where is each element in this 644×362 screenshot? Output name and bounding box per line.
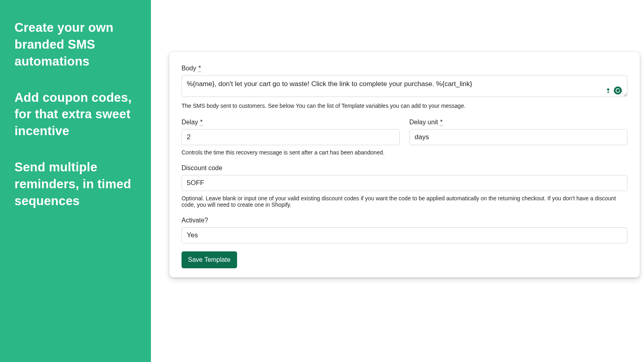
delay-row: Delay * Delay unit * days <box>182 119 627 145</box>
textarea-extension-icons <box>604 86 622 95</box>
delay-unit-col: Delay unit * days <box>409 119 627 145</box>
delay-input[interactable] <box>182 129 400 145</box>
delay-unit-label: Delay unit * <box>409 119 627 126</box>
grammarly-icon[interactable] <box>614 86 622 95</box>
template-form-card: Body * The SMS body sent to customers. S… <box>169 51 640 278</box>
delay-label-text: Delay <box>182 119 198 125</box>
discount-label: Discount code <box>182 165 627 172</box>
delay-help-text: Controls the time this recovery message … <box>182 149 627 156</box>
required-mark: * <box>198 65 201 72</box>
delay-unit-select[interactable]: days <box>409 129 627 145</box>
required-mark: * <box>440 119 443 126</box>
activate-label: Activate? <box>182 217 627 224</box>
promo-line-1: Create your own branded SMS automations <box>14 19 137 70</box>
body-textarea[interactable] <box>182 75 627 97</box>
delay-unit-label-text: Delay unit <box>409 119 438 125</box>
discount-help-text: Optional. Leave blank or input one of yo… <box>182 195 627 208</box>
body-help-text: The SMS body sent to customers. See belo… <box>182 103 627 109</box>
delay-col: Delay * <box>182 119 400 145</box>
delay-label: Delay * <box>182 119 400 126</box>
delay-unit-value: days <box>415 133 429 141</box>
required-mark: * <box>200 119 203 126</box>
promo-line-3: Send multiple reminders, in timed sequen… <box>14 159 137 210</box>
body-field-wrap <box>182 75 627 99</box>
body-label-text: Body <box>182 65 196 72</box>
save-template-button[interactable]: Save Template <box>182 251 237 268</box>
grammar-extension-icon[interactable] <box>604 86 612 95</box>
promo-panel: Create your own branded SMS automations … <box>0 0 151 362</box>
discount-input[interactable] <box>182 175 627 191</box>
discount-group: Discount code Optional. Leave blank or i… <box>182 165 627 208</box>
activate-value: Yes <box>187 231 198 239</box>
promo-line-2: Add coupon codes, for that extra sweet i… <box>14 89 137 140</box>
svg-point-0 <box>607 88 609 90</box>
body-label: Body * <box>182 65 627 72</box>
activate-group: Activate? Yes <box>182 217 627 243</box>
activate-select[interactable]: Yes <box>182 227 627 243</box>
